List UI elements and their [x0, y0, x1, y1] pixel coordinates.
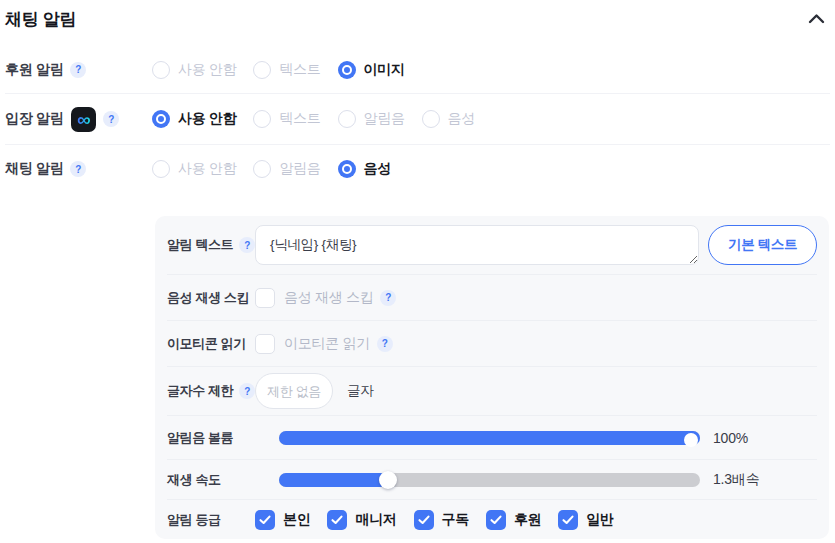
panel-label-group: 알림음 볼륨 [167, 429, 255, 447]
radio-option[interactable]: 음성 [338, 160, 391, 178]
grade-checkbox-item[interactable]: 일반 [558, 510, 613, 530]
char-limit-input[interactable] [255, 373, 333, 409]
radio-option[interactable]: 사용 안함 [152, 110, 236, 128]
help-icon[interactable]: ? [239, 237, 255, 253]
row-chat-alert: 채팅 알림 ? 사용 안함알림음음성 [5, 145, 830, 193]
checkbox-icon[interactable] [486, 510, 506, 530]
radio-option[interactable]: 음성 [422, 110, 475, 128]
help-icon[interactable]: ? [70, 161, 86, 177]
help-icon[interactable]: ? [239, 383, 255, 399]
panel-label-group: 음성 재생 스킵 [167, 289, 255, 307]
radio-option-label: 음성 [448, 110, 475, 128]
radio-option[interactable]: 이미지 [338, 61, 405, 79]
default-text-button[interactable]: 기본 텍스트 [708, 225, 817, 265]
panel-label: 재생 속도 [167, 471, 221, 489]
radio-icon[interactable] [253, 160, 271, 178]
row-label-group: 후원 알림 ? [5, 61, 152, 79]
row-label-group: 입장 알림 ∞ ? [5, 107, 152, 132]
panel-label-group: 이모티콘 읽기 [167, 335, 255, 353]
section-header: 채팅 알림 [5, 8, 830, 46]
voice-skip-checkbox[interactable] [255, 288, 275, 308]
voice-skip-checkbox-label: 음성 재생 스킵 [284, 289, 373, 307]
radio-icon[interactable] [253, 61, 271, 79]
page-title: 채팅 알림 [5, 8, 76, 31]
emoticon-read-checkbox-label: 이모티콘 읽기 [284, 335, 370, 353]
chat-notification-settings: 채팅 알림 후원 알림 ? 사용 안함텍스트이미지 입장 알림 ∞ ? 사용 안… [0, 0, 835, 543]
radio-option-label: 음성 [364, 160, 391, 178]
help-icon[interactable]: ? [70, 62, 86, 78]
grade-checkbox-item[interactable]: 후원 [486, 510, 541, 530]
radio-option-label: 사용 안함 [178, 160, 236, 178]
grade-checkbox-item[interactable]: 매니저 [327, 510, 396, 530]
panel-label: 알림 텍스트 [167, 236, 233, 254]
row-label-group: 채팅 알림 ? [5, 160, 152, 178]
grade-checkbox-item[interactable]: 본인 [255, 510, 310, 530]
radio-option-label: 이미지 [364, 61, 405, 79]
radio-icon[interactable] [152, 61, 170, 79]
grade-checkbox-label: 일반 [586, 511, 613, 529]
row-label: 입장 알림 [5, 110, 63, 128]
slider-knob[interactable] [684, 433, 698, 447]
speed-slider[interactable] [279, 471, 700, 489]
row-char-limit: 글자수 제한 ? 글자 [167, 366, 817, 415]
row-entry-alert: 입장 알림 ∞ ? 사용 안함텍스트알림음음성 [5, 94, 830, 145]
voice-settings-panel: 알림 텍스트 ? {닉네임} {채팅} 기본 텍스트 음성 재생 스킵 음성 재… [155, 216, 829, 539]
radio-option-label: 알림음 [364, 110, 405, 128]
chevron-up-icon[interactable] [808, 10, 825, 28]
grade-checkbox-group: 본인매니저구독후원일반 [255, 510, 631, 530]
checkbox-icon[interactable] [255, 510, 275, 530]
panel-label: 글자수 제한 [167, 382, 233, 400]
checkbox-icon[interactable] [414, 510, 434, 530]
volume-slider[interactable] [279, 429, 700, 447]
grade-checkbox-label: 후원 [514, 511, 541, 529]
panel-label-group: 알림 등급 [167, 511, 255, 529]
row-notification-text: 알림 텍스트 ? {닉네임} {채팅} 기본 텍스트 [167, 216, 817, 274]
grade-checkbox-label: 매니저 [355, 511, 396, 529]
panel-label: 알림 등급 [167, 511, 221, 529]
radio-option[interactable]: 텍스트 [253, 61, 320, 79]
panel-label: 알림음 볼륨 [167, 429, 233, 447]
radio-icon[interactable] [152, 160, 170, 178]
row-speed: 재생 속도 1.3배속 [167, 459, 817, 499]
row-label: 채팅 알림 [5, 160, 63, 178]
emoticon-read-checkbox[interactable] [255, 334, 275, 354]
radio-icon[interactable] [338, 61, 356, 79]
panel-label-group: 재생 속도 [167, 471, 255, 489]
speed-value: 1.3배속 [713, 471, 759, 489]
slider-fill [279, 473, 388, 487]
grade-checkbox-label: 구독 [442, 511, 469, 529]
radio-icon[interactable] [253, 110, 271, 128]
panel-label: 음성 재생 스킵 [167, 289, 249, 307]
row-voice-skip: 음성 재생 스킵 음성 재생 스킵 ? [167, 274, 817, 320]
radio-option[interactable]: 텍스트 [253, 110, 320, 128]
slider-fill [279, 431, 700, 445]
radio-option[interactable]: 사용 안함 [152, 160, 236, 178]
radio-icon[interactable] [422, 110, 440, 128]
row-emoticon-read: 이모티콘 읽기 이모티콘 읽기 ? [167, 320, 817, 366]
row-volume: 알림음 볼륨 100% [167, 415, 817, 459]
radio-icon[interactable] [338, 110, 356, 128]
grade-checkbox-item[interactable]: 구독 [414, 510, 469, 530]
radio-group-entry: 사용 안함텍스트알림음음성 [152, 110, 492, 128]
radio-icon[interactable] [152, 110, 170, 128]
panel-label: 이모티콘 읽기 [167, 335, 246, 353]
grade-checkbox-label: 본인 [283, 511, 310, 529]
help-icon[interactable]: ? [103, 111, 119, 127]
slider-knob[interactable] [379, 471, 397, 489]
row-donation-alert: 후원 알림 ? 사용 안함텍스트이미지 [5, 46, 830, 94]
radio-option-label: 알림음 [279, 160, 320, 178]
radio-icon[interactable] [338, 160, 356, 178]
radio-option[interactable]: 알림음 [253, 160, 320, 178]
radio-group-chat: 사용 안함알림음음성 [152, 160, 408, 178]
row-label: 후원 알림 [5, 61, 63, 79]
help-icon[interactable]: ? [377, 336, 393, 352]
panel-label-group: 알림 텍스트 ? [167, 236, 255, 254]
notification-text-input[interactable]: {닉네임} {채팅} [255, 225, 699, 265]
radio-group-donation: 사용 안함텍스트이미지 [152, 61, 422, 79]
radio-option[interactable]: 알림음 [338, 110, 405, 128]
checkbox-icon[interactable] [558, 510, 578, 530]
checkbox-icon[interactable] [327, 510, 347, 530]
help-icon[interactable]: ? [380, 290, 396, 306]
row-grades: 알림 등급 본인매니저구독후원일반 [167, 499, 817, 539]
radio-option[interactable]: 사용 안함 [152, 61, 236, 79]
